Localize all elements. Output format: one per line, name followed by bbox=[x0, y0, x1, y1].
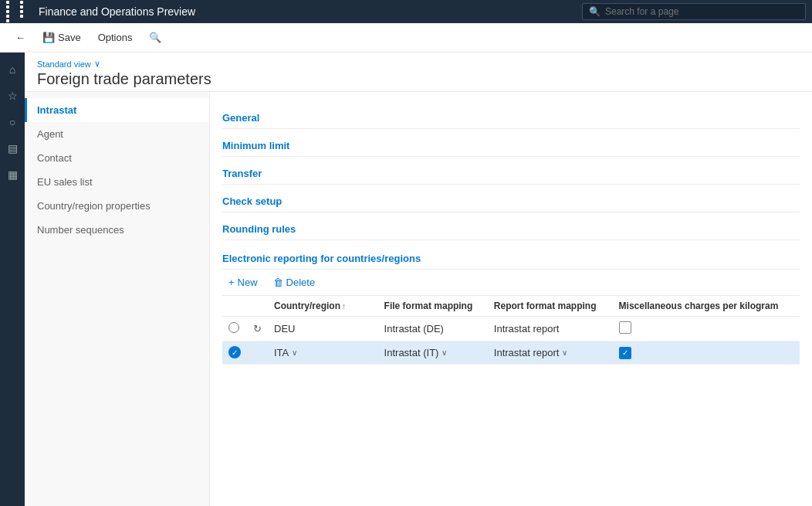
row-refresh-cell: ↻ bbox=[247, 317, 268, 341]
col-country[interactable]: Country/region ↑ bbox=[268, 296, 360, 317]
table-row[interactable]: ↻ DEU Intrastat (DE) Intras bbox=[222, 317, 800, 341]
side-menu-item-country-region[interactable]: Country/region properties bbox=[25, 194, 209, 218]
section-header-minimum-limit[interactable]: Minimum limit bbox=[222, 132, 800, 157]
section-header-general[interactable]: General bbox=[222, 104, 800, 129]
content-area: Intrastat Agent Contact EU sales list Co… bbox=[25, 92, 812, 506]
row-radio-cell[interactable] bbox=[222, 317, 247, 341]
row-country-cell: DEU bbox=[268, 317, 360, 341]
top-bar: Finance and Operations Preview 🔍 bbox=[0, 0, 812, 23]
er-section-header: Electronic reporting for countries/regio… bbox=[222, 246, 800, 270]
save-button[interactable]: 💾 Save bbox=[36, 29, 87, 46]
col-report-format: Report format mapping bbox=[488, 296, 613, 317]
section-header-transfer[interactable]: Transfer bbox=[222, 160, 800, 185]
table-row[interactable]: ✓ ITA ∨ bbox=[222, 341, 800, 365]
toolbar-search-button[interactable]: 🔍 bbox=[143, 29, 167, 46]
new-button[interactable]: + New bbox=[222, 274, 264, 290]
standard-view-selector[interactable]: Standard view ∨ bbox=[37, 59, 800, 69]
side-menu-item-eu-sales[interactable]: EU sales list bbox=[25, 170, 209, 194]
back-button[interactable]: ← bbox=[9, 29, 32, 46]
row-file-format-cell: Intrastat (IT) ∨ bbox=[378, 341, 488, 365]
nav-home-icon[interactable]: ⌂ bbox=[2, 59, 23, 80]
nav-recent-icon[interactable]: ○ bbox=[2, 111, 23, 133]
file-format-dropdown-arrow[interactable]: ∨ bbox=[442, 348, 447, 357]
app-grid-icon[interactable] bbox=[6, 1, 32, 22]
col-misc-charges: Miscellaneous charges per kilogram bbox=[613, 296, 800, 317]
row-misc-charges-cell[interactable] bbox=[613, 317, 800, 341]
page-header: Standard view ∨ Foreign trade parameters bbox=[25, 53, 812, 92]
page-search-box[interactable]: 🔍 bbox=[582, 3, 806, 20]
page-toolbar: ← 💾 Save Options 🔍 bbox=[0, 23, 812, 53]
form-content: General Minimum limit Transfer Check set… bbox=[210, 92, 812, 506]
side-menu-item-number-sequences[interactable]: Number sequences bbox=[25, 218, 209, 242]
row-report-format-cell: Intrastat report bbox=[488, 317, 613, 341]
sort-icon: ↑ bbox=[342, 302, 346, 311]
nav-modules-icon[interactable]: ▦ bbox=[2, 164, 23, 185]
main-layout: ⌂ ☆ ○ ▤ ▦ Standard view ∨ Foreign trade … bbox=[0, 53, 812, 506]
delete-button[interactable]: 🗑 Delete bbox=[267, 274, 322, 290]
search-icon: 🔍 bbox=[589, 6, 601, 17]
section-header-rounding-rules[interactable]: Rounding rules bbox=[222, 216, 800, 240]
back-arrow-icon: ← bbox=[15, 32, 25, 43]
app-title: Finance and Operations Preview bbox=[39, 5, 576, 18]
toolbar-search-icon: 🔍 bbox=[149, 32, 161, 43]
section-header-check-setup[interactable]: Check setup bbox=[222, 188, 800, 212]
trash-icon: 🗑 bbox=[273, 277, 283, 288]
side-menu: Intrastat Agent Contact EU sales list Co… bbox=[25, 92, 210, 506]
report-format-dropdown-arrow[interactable]: ∨ bbox=[562, 348, 567, 357]
er-toolbar: + New 🗑 Delete bbox=[222, 270, 800, 296]
save-icon: 💾 bbox=[42, 32, 55, 43]
nav-favorites-icon[interactable]: ☆ bbox=[2, 85, 23, 107]
country-dropdown-arrow[interactable]: ∨ bbox=[292, 348, 297, 357]
options-button[interactable]: Options bbox=[92, 29, 139, 46]
row-country-dropdown bbox=[360, 341, 378, 365]
col-dropdown bbox=[360, 296, 378, 317]
misc-charges-checkbox[interactable] bbox=[619, 321, 631, 334]
plus-icon: + bbox=[228, 277, 235, 288]
chevron-down-icon: ∨ bbox=[94, 59, 100, 69]
row-country-dropdown[interactable] bbox=[360, 317, 378, 341]
page-content: Standard view ∨ Foreign trade parameters… bbox=[25, 53, 812, 506]
page-title: Foreign trade parameters bbox=[37, 70, 800, 88]
left-nav: ⌂ ☆ ○ ▤ ▦ bbox=[0, 53, 25, 506]
col-radio bbox=[222, 296, 247, 317]
row-refresh-cell bbox=[247, 341, 268, 365]
row-country-cell: ITA ∨ bbox=[268, 341, 360, 365]
row-indicator-cell: ✓ bbox=[222, 341, 247, 365]
side-menu-item-intrastat[interactable]: Intrastat bbox=[25, 98, 209, 122]
col-file-format: File format mapping bbox=[378, 296, 488, 317]
selected-row-indicator: ✓ bbox=[228, 346, 241, 358]
col-refresh bbox=[247, 296, 268, 317]
er-table: Country/region ↑ File format mapping Rep bbox=[222, 296, 800, 365]
row-misc-charges-cell[interactable]: ✓ bbox=[613, 341, 800, 365]
side-menu-item-contact[interactable]: Contact bbox=[25, 146, 209, 170]
refresh-icon: ↻ bbox=[253, 323, 262, 335]
page-search-input[interactable] bbox=[605, 6, 799, 17]
row-report-format-cell: Intrastat report ∨ bbox=[488, 341, 613, 365]
row-file-format-cell: Intrastat (DE) bbox=[378, 317, 488, 341]
side-menu-item-agent[interactable]: Agent bbox=[25, 122, 209, 146]
nav-workspaces-icon[interactable]: ▤ bbox=[2, 138, 23, 159]
electronic-reporting-section: Electronic reporting for countries/regio… bbox=[222, 246, 800, 365]
misc-charges-checkbox-checked[interactable]: ✓ bbox=[619, 347, 631, 359]
